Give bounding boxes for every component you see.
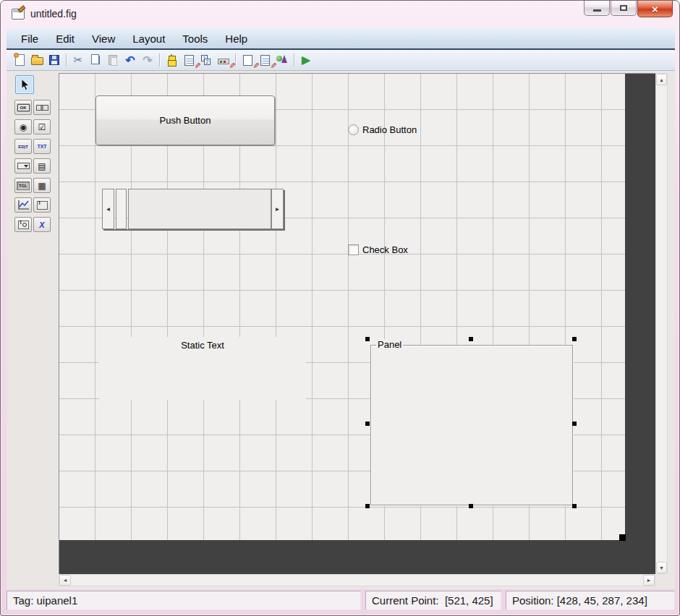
tool-push-button[interactable]: OK xyxy=(14,100,32,115)
object-browser-button[interactable] xyxy=(273,52,291,68)
property-inspector-button[interactable]: ✎ xyxy=(256,52,273,68)
selection-handle-bottom-left[interactable] xyxy=(365,504,370,508)
left-arrow-icon: ◄ xyxy=(63,578,68,583)
push-button-control[interactable]: Push Button xyxy=(95,95,275,145)
slider-right-arrow[interactable]: ► xyxy=(271,189,284,229)
cursor-arrow-icon xyxy=(20,79,30,91)
status-position: Position: [428, 45, 287, 234] xyxy=(506,591,675,610)
slider-control[interactable]: ◄ ► xyxy=(102,189,284,229)
new-figure-button[interactable] xyxy=(11,52,28,68)
menu-bar: File Edit View Layout Tools Help xyxy=(7,28,675,50)
copy-button[interactable] xyxy=(87,52,104,68)
slider-trough[interactable] xyxy=(128,189,271,229)
menu-editor-button[interactable]: ✎ xyxy=(180,52,197,68)
toolbar-separator xyxy=(159,54,160,67)
pencil-icon: ✎ xyxy=(227,62,237,69)
tool-axes[interactable] xyxy=(14,197,32,213)
slider-thumb[interactable] xyxy=(116,189,127,229)
checkbox-tool-icon: ☑ xyxy=(38,123,46,132)
figure-canvas[interactable]: Push Button Radio Button ◄ ► Check Box xyxy=(59,74,625,540)
selection-handle-mid-right[interactable] xyxy=(572,422,577,426)
tool-popup-menu[interactable] xyxy=(14,158,32,174)
tool-edit-text[interactable]: ED|T xyxy=(14,139,32,154)
maximize-icon xyxy=(620,5,627,11)
push-button-tool-icon: OK xyxy=(17,104,30,111)
redo-button[interactable]: ↷ xyxy=(139,52,156,68)
scroll-down-button[interactable]: ▼ xyxy=(656,562,667,573)
tab-order-editor-button[interactable]: 1 2 xyxy=(197,52,215,68)
menu-tools[interactable]: Tools xyxy=(174,30,216,48)
left-arrow-icon: ◄ xyxy=(106,206,111,213)
save-figure-button[interactable] xyxy=(46,52,63,68)
paste-button[interactable] xyxy=(104,52,122,68)
horizontal-scrollbar[interactable]: ◄ ► xyxy=(59,574,655,586)
window-title: untitled.fig xyxy=(30,8,77,20)
check-box-control[interactable]: Check Box xyxy=(348,244,408,255)
menu-edit[interactable]: Edit xyxy=(47,30,83,48)
title-bar[interactable]: untitled.fig × xyxy=(1,1,679,28)
menu-layout[interactable]: Layout xyxy=(124,30,174,48)
toolbar-separator xyxy=(66,54,67,67)
main-toolbar: ✂ ↶ ↷ ✎ 1 2 ✎ ✎ ✎ ▶ xyxy=(7,50,675,71)
scroll-left-button[interactable]: ◄ xyxy=(59,575,71,586)
align-objects-button[interactable] xyxy=(163,52,180,68)
tool-button-group[interactable]: T xyxy=(14,217,32,232)
cut-scissors-icon: ✂ xyxy=(74,54,83,67)
cut-button[interactable]: ✂ xyxy=(69,52,87,68)
tool-toggle-button[interactable]: TGL xyxy=(14,178,32,193)
tool-listbox[interactable]: ▤ xyxy=(33,158,51,174)
tool-radio-button[interactable]: ◉ xyxy=(14,119,32,134)
selection-handle-top-left[interactable] xyxy=(365,337,370,341)
radio-button-control[interactable]: Radio Button xyxy=(348,124,417,135)
tool-check-box[interactable]: ☑ xyxy=(33,119,51,134)
selection-handle-bottom-right[interactable] xyxy=(572,504,577,508)
run-button[interactable]: ▶ xyxy=(297,52,315,68)
scroll-up-button[interactable]: ▲ xyxy=(656,74,667,85)
editor-button[interactable]: ✎ xyxy=(239,52,256,68)
selection-handle-top-center[interactable] xyxy=(469,337,473,341)
undo-button[interactable]: ↶ xyxy=(122,52,139,68)
menu-help[interactable]: Help xyxy=(216,30,256,48)
tool-activex[interactable]: X xyxy=(33,217,51,232)
figure-resize-handle[interactable] xyxy=(619,534,626,541)
status-tag: Tag: uipanel1 xyxy=(7,591,361,610)
close-button[interactable]: × xyxy=(637,1,673,17)
tool-table[interactable]: ▦ xyxy=(33,178,51,193)
figure-file-icon xyxy=(12,9,25,20)
open-figure-button[interactable] xyxy=(28,52,46,68)
toggle-button-tool-icon: TGL xyxy=(17,181,30,190)
new-document-icon xyxy=(15,54,25,66)
tab-order-icon: 1 2 xyxy=(201,55,211,66)
selection-handle-top-right[interactable] xyxy=(572,337,577,341)
slider-left-arrow[interactable]: ◄ xyxy=(102,189,114,229)
static-text-control[interactable]: Static Text xyxy=(99,337,306,400)
menu-file[interactable]: File xyxy=(12,30,47,48)
object-browser-icon xyxy=(276,54,288,66)
tool-panel[interactable]: T xyxy=(33,197,51,213)
toolbar-editor-button[interactable]: ✎ xyxy=(215,52,232,68)
redo-arrow-icon: ↷ xyxy=(143,54,152,67)
selection-handle-bottom-center[interactable] xyxy=(469,504,473,508)
align-objects-icon xyxy=(166,54,177,66)
tool-select[interactable] xyxy=(15,75,34,94)
panel-title: Panel xyxy=(376,339,403,351)
menu-view[interactable]: View xyxy=(83,30,124,48)
tool-slider[interactable] xyxy=(33,100,51,115)
listbox-tool-icon: ▤ xyxy=(38,162,46,171)
radio-tool-icon: ◉ xyxy=(20,123,27,132)
maximize-button[interactable] xyxy=(611,1,637,16)
group-t-mark: T xyxy=(20,220,22,225)
scroll-right-button[interactable]: ► xyxy=(643,575,655,586)
toolbar-separator xyxy=(294,54,294,67)
minimize-button[interactable] xyxy=(584,1,610,16)
right-arrow-icon: ► xyxy=(647,578,652,583)
selection-handle-mid-left[interactable] xyxy=(365,422,370,426)
check-box-label: Check Box xyxy=(362,244,408,255)
vertical-scrollbar[interactable]: ▲ ▼ xyxy=(655,73,668,574)
close-icon: × xyxy=(652,3,658,15)
popup-menu-tool-icon xyxy=(17,163,30,169)
panel-control[interactable]: Panel xyxy=(370,345,573,505)
guide-window: untitled.fig × File Edit View Layout Too… xyxy=(0,0,680,616)
undo-arrow-icon: ↶ xyxy=(125,54,135,67)
tool-static-text[interactable]: TXT xyxy=(33,139,51,154)
